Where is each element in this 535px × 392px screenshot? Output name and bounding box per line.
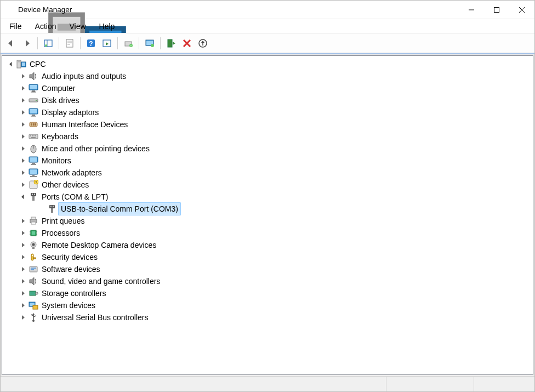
expander-icon[interactable]: [19, 180, 27, 189]
category-monitors[interactable]: Monitors: [3, 155, 532, 167]
hid-icon: [29, 120, 38, 129]
status-pane-1: [1, 377, 386, 391]
svg-rect-74: [66, 39, 73, 47]
system-icon: [29, 300, 38, 310]
menubar: File Action View Help: [1, 19, 534, 33]
category-audio[interactable]: Audio inputs and outputs: [3, 70, 532, 82]
scan-hardware-button[interactable]: [143, 36, 157, 50]
device-tree[interactable]: CPC Audio inputs and outputs Computer Di…: [2, 55, 533, 375]
category-disk-drives[interactable]: Disk drives: [3, 94, 532, 106]
help-button[interactable]: ?: [84, 36, 98, 50]
expander-icon[interactable]: [19, 144, 27, 153]
svg-point-73: [45, 44, 47, 47]
enable-device-button[interactable]: [164, 36, 178, 50]
update-driver-button[interactable]: +: [121, 36, 135, 50]
monitor-icon: [29, 83, 38, 93]
expander-icon[interactable]: [19, 277, 27, 286]
keyboard-icon: [29, 132, 38, 141]
expander-icon[interactable]: [19, 217, 27, 225]
monitor-icon: [29, 107, 38, 117]
status-bar: [1, 376, 534, 391]
mouse-icon: [29, 144, 38, 154]
category-other-devices[interactable]: Other devices: [3, 179, 532, 191]
expander-icon[interactable]: [19, 96, 27, 105]
toolbar: ? +: [1, 33, 534, 53]
menu-action[interactable]: Action: [30, 20, 62, 32]
speaker-icon: [29, 276, 38, 286]
expander-icon: [37, 204, 46, 213]
security-icon: [29, 252, 38, 262]
category-print-queues[interactable]: Print queues: [3, 215, 532, 227]
speaker-icon: [29, 71, 38, 81]
disable-device-button[interactable]: [196, 36, 210, 50]
network-icon: [29, 168, 38, 178]
expander-icon[interactable]: [19, 265, 27, 274]
printer-icon: [29, 216, 38, 226]
uninstall-device-button[interactable]: [180, 36, 194, 50]
expander-icon[interactable]: [19, 192, 27, 201]
titlebar: Device Manager: [1, 1, 534, 19]
properties-button[interactable]: [62, 36, 77, 50]
expander-icon[interactable]: [19, 120, 27, 129]
category-processors[interactable]: Processors: [3, 227, 532, 239]
window-title: Device Manager: [18, 5, 72, 14]
category-mice[interactable]: Mice and other pointing devices: [3, 143, 532, 155]
expander-icon[interactable]: [19, 253, 27, 262]
svg-marker-81: [106, 42, 109, 46]
expander-icon[interactable]: [19, 241, 27, 249]
expander-icon[interactable]: [19, 84, 27, 93]
forward-button[interactable]: [20, 36, 34, 50]
camera-icon: [29, 240, 38, 250]
maximize-button[interactable]: [484, 1, 509, 19]
menu-help[interactable]: Help: [94, 20, 121, 32]
expander-icon[interactable]: [19, 289, 27, 298]
svg-point-87: [151, 44, 154, 47]
status-pane-3: [474, 377, 534, 391]
menu-file[interactable]: File: [4, 20, 27, 32]
minimize-button[interactable]: [459, 1, 484, 19]
category-display[interactable]: Display adaptors: [3, 106, 532, 118]
svg-marker-69: [8, 40, 12, 47]
tree-root[interactable]: CPC: [3, 58, 532, 70]
category-storage[interactable]: Storage controllers: [3, 287, 532, 299]
category-rd-camera[interactable]: Remote Desktop Camera devices: [3, 239, 532, 251]
software-icon: [29, 264, 38, 274]
pc-icon: [16, 59, 26, 69]
svg-marker-70: [26, 40, 30, 47]
expander-icon[interactable]: [19, 313, 27, 322]
cpu-icon: [29, 228, 38, 238]
disk-icon: [29, 95, 38, 105]
category-keyboards[interactable]: Keyboards: [3, 130, 532, 143]
svg-text:+: +: [130, 44, 132, 47]
action-pane-button[interactable]: [100, 36, 114, 50]
root-label: CPC: [30, 58, 46, 70]
category-software[interactable]: Software devices: [3, 263, 532, 275]
expander-icon[interactable]: [19, 108, 27, 117]
expander-icon[interactable]: [19, 156, 27, 165]
expander-icon[interactable]: [19, 168, 27, 177]
category-system[interactable]: System devices: [3, 299, 532, 311]
app-icon: [5, 5, 14, 14]
show-hide-tree-button[interactable]: [41, 36, 55, 50]
menu-view[interactable]: View: [64, 20, 91, 32]
svg-text:?: ?: [89, 39, 93, 47]
other-icon: [29, 180, 38, 190]
svg-marker-93: [201, 41, 204, 43]
device-usb-serial-com3[interactable]: USB-to-Serial Comm Port (COM3): [3, 203, 532, 215]
back-button[interactable]: [4, 36, 18, 50]
close-button[interactable]: [509, 1, 534, 19]
category-ports[interactable]: Ports (COM & LPT): [3, 191, 532, 203]
category-usb[interactable]: Universal Serial Bus controllers: [3, 311, 532, 323]
port-icon: [29, 192, 38, 202]
category-sound[interactable]: Sound, video and game controllers: [3, 275, 532, 287]
category-computer[interactable]: Computer: [3, 82, 532, 94]
category-network[interactable]: Network adapters: [3, 167, 532, 179]
category-security[interactable]: Security devices: [3, 251, 532, 263]
expander-icon[interactable]: [7, 60, 15, 69]
category-hid[interactable]: Human Interface Devices: [3, 118, 532, 130]
expander-icon[interactable]: [19, 301, 27, 310]
expander-icon[interactable]: [19, 72, 27, 81]
expander-icon[interactable]: [19, 229, 27, 237]
expander-icon[interactable]: [19, 132, 27, 141]
monitor-icon: [29, 156, 38, 166]
